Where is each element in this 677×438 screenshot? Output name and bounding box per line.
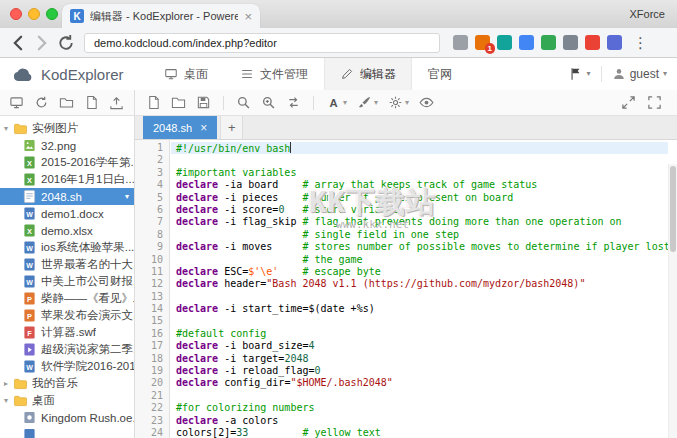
code-line[interactable]: declare header="Bash 2048 v1.1 (https://… <box>171 278 668 290</box>
code-line[interactable] <box>171 315 668 327</box>
folder-file-icon <box>14 122 27 135</box>
code-line[interactable]: #for colorizing numbers <box>171 402 668 414</box>
code-line[interactable]: declare -i reload_flag=0 <box>171 365 668 377</box>
url-input[interactable]: demo.kodcloud.com/index.php?editor <box>84 33 440 53</box>
code-line[interactable]: #default config <box>171 328 668 340</box>
new-file-icon[interactable] <box>84 95 99 110</box>
extension-icon-8[interactable] <box>607 35 622 50</box>
code-line[interactable]: declare -i target=2048 <box>171 353 668 365</box>
scrollbar-thumb[interactable] <box>670 166 676 252</box>
editor-tab-close-icon[interactable]: × <box>200 122 207 134</box>
code-line[interactable]: declare config_dir="$HOME/.bash2048" <box>171 377 668 389</box>
code-line[interactable]: declare -ia board # array that keeps tra… <box>171 179 668 191</box>
tree-item-2048-sh[interactable]: 2048.sh▾ <box>0 188 134 205</box>
code-line[interactable]: #!/usr/bin/env bash <box>171 142 668 154</box>
new-folder-icon <box>59 95 74 110</box>
code-line[interactable]: declare -i score=0 # score variable <box>171 204 668 216</box>
search-icon[interactable] <box>236 95 251 110</box>
window-zoom-button[interactable] <box>46 8 58 20</box>
tree-folder[interactable]: ▾实例图片 <box>0 120 134 137</box>
tree-folder[interactable]: ▸我的音乐 <box>0 375 134 392</box>
tree-item[interactable]: F计算器.swf <box>0 324 134 341</box>
tree-item[interactable]: W软件学院2016-201... <box>0 358 134 375</box>
browser-tab[interactable]: K 编辑器 - KodExplorer - Powere × <box>62 4 260 28</box>
search-next-icon[interactable] <box>261 95 276 110</box>
code-line[interactable]: declare -i board_size=4 <box>171 340 668 352</box>
chevron-down-icon[interactable]: ▾ <box>4 125 14 133</box>
extension-icon-7[interactable] <box>585 35 600 50</box>
extension-icon-1[interactable] <box>453 35 468 50</box>
extension-icon-5[interactable] <box>541 35 556 50</box>
code-editor[interactable]: 123456789101112131415161718192021222324 … <box>135 140 677 438</box>
expand-icon[interactable] <box>621 95 636 110</box>
code-line[interactable]: declare -i flag_skip # flag that prevent… <box>171 216 668 228</box>
code-line[interactable] <box>171 390 668 402</box>
new-tab-button[interactable]: + <box>220 116 243 139</box>
editor-tab-2048-sh[interactable]: 2048.sh × <box>143 116 217 139</box>
code-lines[interactable]: #!/usr/bin/env bash#important variablesd… <box>171 140 668 438</box>
code-line[interactable]: declare -i pieces # number of pieces pre… <box>171 192 668 204</box>
language-flag-button[interactable]: ▾ <box>559 58 601 90</box>
code-line[interactable] <box>171 291 668 303</box>
window-close-button[interactable] <box>10 8 22 20</box>
extension-icon-6[interactable] <box>563 35 578 50</box>
desktop-icon[interactable] <box>9 95 24 110</box>
preview-icon[interactable] <box>419 95 434 110</box>
browser-profile-name[interactable]: XForce <box>630 8 665 20</box>
tab-close-icon[interactable]: × <box>244 10 252 23</box>
tree-item[interactable]: W中美上市公司财报... <box>0 273 134 290</box>
extension-icon-3[interactable] <box>497 35 512 50</box>
code-line[interactable]: #important variables <box>171 167 668 179</box>
tree-item[interactable]: P柴静——《看见》发... <box>0 290 134 307</box>
settings-icon[interactable]: ▾ <box>388 95 409 110</box>
code-line[interactable]: declare -i moves # stores number of poss… <box>171 241 668 253</box>
tree-item[interactable]: Wios系统体验苹果... <box>0 239 134 256</box>
tree-item[interactable]: 32.png <box>0 137 134 154</box>
tree-item[interactable]: X2016年1月1日白... <box>0 171 134 188</box>
fullscreen-icon[interactable] <box>647 95 662 110</box>
app-logo[interactable]: KodExplorer <box>0 58 142 90</box>
forward-icon[interactable] <box>32 33 52 53</box>
code-line[interactable]: # single field in one step <box>171 229 668 241</box>
code-line[interactable]: declare -a colors <box>171 415 668 427</box>
item-menu-caret-icon[interactable]: ▾ <box>125 192 134 201</box>
tree-item[interactable]: P苹果发布会演示文... <box>0 307 134 324</box>
tree-item[interactable]: W世界最著名的十大... <box>0 256 134 273</box>
nav-item-editor[interactable]: 编辑器 <box>324 58 412 90</box>
open-file-icon[interactable] <box>171 95 186 110</box>
user-menu-button[interactable]: guest ▾ <box>602 58 677 90</box>
browser-menu-icon[interactable]: ⋮ <box>633 35 648 50</box>
code-line[interactable] <box>171 154 668 166</box>
font-size-icon[interactable]: A▾ <box>326 95 347 110</box>
save-icon[interactable] <box>196 95 211 110</box>
tree-folder[interactable]: ▾桌面 <box>0 392 134 409</box>
tree-item[interactable]: Kingdom Rush.oe... <box>0 409 134 426</box>
tree-item[interactable] <box>0 426 134 438</box>
code-line[interactable]: declare -i start_time=$(date +%s) <box>171 303 668 315</box>
tree-item[interactable]: 超级演说家第二季... <box>0 341 134 358</box>
replace-icon[interactable] <box>286 95 301 110</box>
refresh-icon[interactable] <box>34 95 49 110</box>
tree-item[interactable]: X2015-2016学年第... <box>0 154 134 171</box>
code-line[interactable]: declare ESC=$'\e' # escape byte <box>171 266 668 278</box>
new-file-icon[interactable] <box>146 95 161 110</box>
tree-item[interactable]: Wdemo1.docx <box>0 205 134 222</box>
pencil-icon <box>340 67 354 81</box>
theme-icon[interactable]: ▾ <box>357 95 378 110</box>
chevron-right-icon[interactable]: ▸ <box>4 380 14 388</box>
editor-scrollbar[interactable] <box>668 164 677 438</box>
nav-item-file-manager[interactable]: 文件管理 <box>224 58 324 90</box>
extension-icon-2[interactable]: 1 <box>475 35 490 50</box>
nav-item-official-site[interactable]: 官网 <box>412 58 468 90</box>
reload-icon[interactable] <box>56 33 76 53</box>
code-line[interactable]: colors[2]=33 # yellow text <box>171 427 668 438</box>
code-line[interactable]: # the game <box>171 254 668 266</box>
upload-icon[interactable] <box>109 95 124 110</box>
tree-item[interactable]: Xdemo.xlsx <box>0 222 134 239</box>
window-minimize-button[interactable] <box>28 8 40 20</box>
new-folder-icon[interactable] <box>59 95 74 110</box>
back-icon[interactable] <box>8 33 28 53</box>
chevron-down-icon[interactable]: ▾ <box>4 397 14 405</box>
nav-item-desktop[interactable]: 桌面 <box>148 58 224 90</box>
extension-icon-4[interactable] <box>519 35 534 50</box>
